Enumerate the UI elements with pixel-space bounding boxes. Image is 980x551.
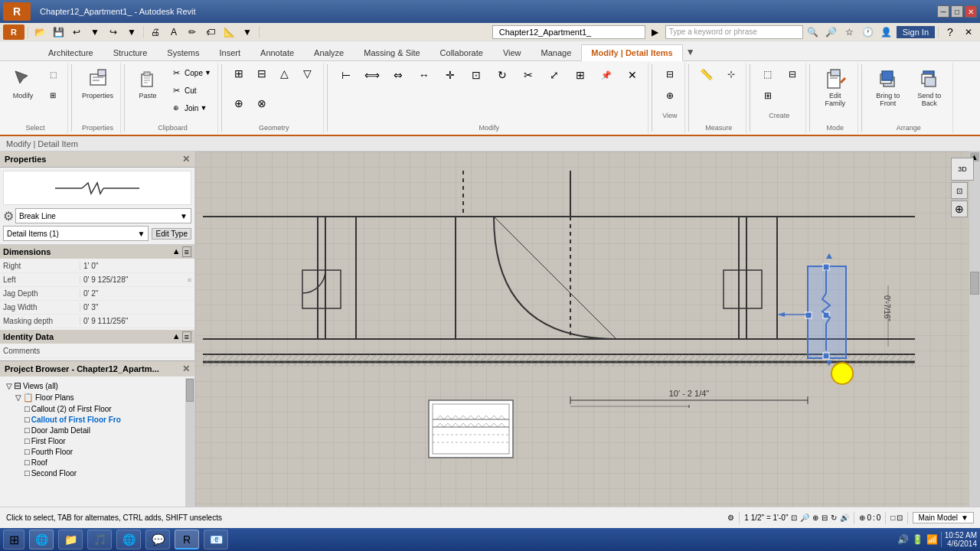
zoom-in-btn[interactable]: ⊕ [951, 201, 968, 217]
taskbar-outlook-btn[interactable]: 📧 [204, 530, 228, 549]
maximize-button[interactable]: □ [951, 5, 963, 18]
scale-icon2[interactable]: 🔎 [800, 514, 809, 522]
pin-btn[interactable]: 📌 [594, 64, 619, 86]
measure-btn2[interactable]: ⊹ [720, 64, 743, 84]
pb-close-btn[interactable]: ✕ [182, 364, 190, 374]
view-btn2[interactable]: ⊕ [658, 86, 681, 106]
scale-icon1[interactable]: ⊡ [791, 514, 797, 522]
cope-dropdown[interactable]: ▼ [204, 69, 211, 77]
open-btn[interactable]: 📂 [31, 24, 48, 40]
create-btn2[interactable]: ⊞ [756, 86, 779, 106]
tray-icon2[interactable]: 🔋 [912, 534, 923, 545]
favorites-btn[interactable]: ☆ [841, 24, 858, 40]
identity-menu-btn[interactable]: ≡ [182, 331, 191, 342]
taskbar-chrome-btn[interactable]: 🌐 [116, 530, 141, 549]
geom-btn4[interactable]: ▽ [297, 64, 318, 83]
revit-app-button[interactable]: R [3, 24, 24, 40]
ribbon-collapse-btn[interactable]: ▼ [683, 44, 698, 60]
dimensions-add-btn[interactable]: ≡ [182, 246, 191, 257]
measure-btn[interactable]: 📐 [220, 24, 237, 40]
zoom-to-fit-btn[interactable]: ⊡ [951, 182, 968, 199]
close-file-btn[interactable]: ✕ [960, 24, 977, 40]
geom-btn3[interactable]: △ [274, 64, 296, 83]
tab-architecture[interactable]: Architecture [38, 44, 103, 60]
create-btn3[interactable]: ⊟ [781, 64, 804, 84]
select-option2[interactable]: ⊞ [41, 85, 64, 105]
scale-icon3[interactable]: ⊕ [812, 514, 818, 522]
create-btn1[interactable]: ⬚ [756, 64, 779, 84]
undo-btn[interactable]: ↩ [68, 24, 85, 40]
model-dropdown-arrow[interactable]: ▼ [961, 514, 969, 522]
taskbar-revit-btn[interactable]: R [175, 530, 199, 549]
scale-icon6[interactable]: 🔊 [840, 514, 849, 522]
sign-in-btn[interactable]: Sign In [897, 26, 935, 38]
print-btn[interactable]: 🖨 [147, 24, 164, 40]
mirror1-btn[interactable]: ⇔ [386, 64, 410, 86]
search-tools-btn[interactable]: 🔍 [805, 24, 822, 40]
properties-close-btn[interactable]: ✕ [182, 154, 190, 165]
pb-item-callout2[interactable]: □ Callout (2) of First Floor [24, 403, 188, 414]
pb-item-callout-first[interactable]: □ Callout of First Floor Fro [24, 414, 188, 425]
move-btn[interactable]: ✛ [438, 64, 462, 86]
trim-btn[interactable]: ✂ [516, 64, 541, 86]
model-selector[interactable]: Main Model ▼ [913, 512, 974, 523]
paste-btn[interactable]: Paste [131, 64, 165, 102]
pb-item-second-floor[interactable]: □ Second Floor [24, 468, 188, 478]
mirror2-btn[interactable]: ↔ [412, 64, 436, 86]
dropdown1[interactable]: ▼ [239, 24, 256, 40]
dimensions-header[interactable]: Dimensions ▲ ≡ [0, 245, 194, 259]
geom-btn5[interactable]: ⊕ [228, 94, 250, 112]
view-btn1[interactable]: ⊟ [658, 64, 681, 84]
type-dropdown[interactable]: Break Line ▼ [15, 208, 191, 223]
search-box[interactable]: Type a keyword or phrase [665, 25, 803, 39]
identity-collapse-btn[interactable]: ▲ [172, 331, 181, 342]
cope-btn[interactable]: ✂ Cope ▼ [166, 64, 214, 81]
rotate-btn[interactable]: ↻ [490, 64, 514, 86]
start-button[interactable]: ⊞ [3, 530, 24, 549]
annotate-btn[interactable]: ✏ [184, 24, 201, 40]
geom-btn2[interactable]: ⊟ [251, 64, 273, 83]
instance-dropdown-arrow[interactable]: ▼ [138, 230, 145, 238]
undo-dropdown[interactable]: ▼ [87, 24, 103, 40]
geom-btn6[interactable]: ⊗ [251, 94, 273, 112]
join-dropdown[interactable]: ▼ [200, 104, 207, 112]
edit-type-btn[interactable]: Edit Type [152, 228, 191, 240]
recent-btn[interactable]: 🕐 [860, 24, 877, 40]
edit-family-btn[interactable]: Edit Family [816, 64, 854, 109]
selected-break-line[interactable] [805, 253, 846, 366]
identity-data-header[interactable]: Identity Data ▲ ≡ [0, 330, 194, 344]
save-btn[interactable]: 💾 [50, 24, 67, 40]
tab-massing[interactable]: Massing & Site [354, 44, 430, 60]
tab-view[interactable]: View [493, 44, 531, 60]
help-search-btn[interactable]: 🔎 [823, 24, 840, 40]
pb-item-roof[interactable]: □ Roof [24, 457, 188, 468]
scale-icon4[interactable]: ⊟ [822, 514, 828, 522]
type-dropdown-arrow[interactable]: ▼ [180, 212, 188, 220]
redo-btn[interactable]: ↪ [105, 24, 122, 40]
tray-icon1[interactable]: 🔊 [897, 534, 909, 545]
offset-btn[interactable]: ⟺ [360, 64, 384, 86]
select-option1[interactable]: ⬚ [41, 64, 64, 84]
array-btn[interactable]: ⊞ [568, 64, 593, 86]
pb-item-first-floor[interactable]: □ First Floor [24, 435, 188, 446]
tab-systems[interactable]: Systems [157, 44, 209, 60]
tab-structure[interactable]: Structure [103, 44, 158, 60]
pb-item-door-jamb[interactable]: □ Door Jamb Detail [24, 425, 188, 435]
join-btn[interactable]: ⊕ Join ▼ [166, 99, 214, 116]
tray-icon3[interactable]: 📶 [926, 534, 938, 545]
revit-logo[interactable]: R [3, 2, 31, 21]
pb-scroll-thumb[interactable] [186, 379, 194, 402]
cut-btn[interactable]: ✂ Cut [166, 82, 214, 99]
copy-btn[interactable]: ⊡ [464, 64, 488, 86]
instance-dropdown[interactable]: Detail Items (1) ▼ [3, 226, 149, 241]
pb-scrollbar[interactable] [185, 378, 194, 507]
tab-manage[interactable]: Manage [531, 44, 582, 60]
minimize-button[interactable]: ─ [937, 5, 949, 18]
unpin-btn[interactable]: ✕ [620, 64, 645, 86]
text-btn[interactable]: A [165, 24, 182, 40]
scroll-thumb[interactable] [970, 272, 979, 295]
taskbar-media-btn[interactable]: 🎵 [87, 530, 112, 549]
tab-insert[interactable]: Insert [210, 44, 251, 60]
canvas-area[interactable]: 10' - 2 1/4" 0'-7/16" [195, 152, 980, 525]
modify-btn[interactable]: Modify [6, 64, 40, 102]
